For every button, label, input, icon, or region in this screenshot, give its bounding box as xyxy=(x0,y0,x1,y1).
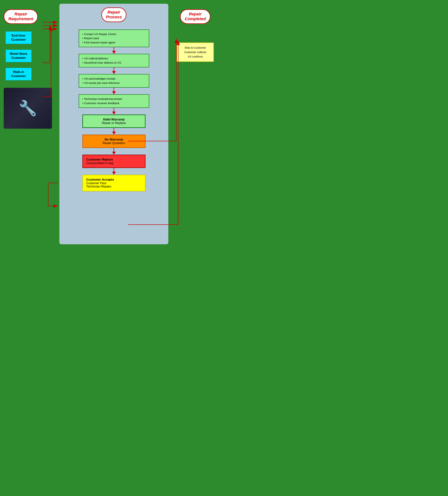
customer-accepts-title: Customer Accepts xyxy=(86,178,142,182)
retail-store-customer-box: Retail StoreCustomer xyxy=(6,49,31,62)
repair-process-header: Repair Process xyxy=(101,7,126,22)
repair-completed-header: Repair Completed xyxy=(180,9,210,24)
repair-completed-title-line2: Completed xyxy=(185,16,206,21)
repair-process-title-line1: Repair xyxy=(106,10,122,15)
ship-line1: Ship to Customer xyxy=(180,46,210,50)
arrow3 xyxy=(112,88,116,94)
arrow7 xyxy=(112,168,116,175)
step2-bullet1: VS collects/delivers xyxy=(82,56,145,61)
step3-bullet1: VS acknowledges receipt xyxy=(82,77,145,81)
repair-requirement-title-line1: Repair xyxy=(8,12,33,16)
valid-warranty-title: Valid Warranty xyxy=(86,118,142,121)
arrow1 xyxy=(112,47,116,54)
arrow4 xyxy=(112,108,116,115)
step1-bullet1: Contact VS Repair Centre xyxy=(82,32,145,36)
repair-requirement-header: Repair Requirement xyxy=(4,9,38,24)
step1-bullet2: Report case xyxy=(82,36,145,40)
customer-accepts-box: Customer Accepts Customer Pays Technicia… xyxy=(82,175,145,191)
step2-bullet2: Store/End-User delivers to VS xyxy=(82,61,145,65)
customer-accepts-bullet1: Customer Pays xyxy=(86,182,142,185)
step1-bullet3: Find nearest repair agent xyxy=(82,40,145,45)
arrow5 xyxy=(112,128,116,135)
customer-rejects-box: Customer Rejects Unassembled in bag xyxy=(82,155,145,168)
valid-warranty-subtitle: Repair or Replace xyxy=(86,121,142,125)
process-boxes: Contact VS Repair Centre Report case Fin… xyxy=(62,30,166,192)
ship-line3: VS confirms xyxy=(180,54,210,59)
center-column: Repair Process Contact VS Repair Centre … xyxy=(59,4,168,244)
process-step-3: VS acknowledges receipt VS issues job ca… xyxy=(79,74,149,88)
customer-rejects-bullet1: Unassembled in bag xyxy=(86,161,142,165)
right-column: Repair Completed Ship to Customer Custom… xyxy=(170,4,220,244)
no-warranty-title: No Warranty xyxy=(86,138,142,141)
process-step-1: Contact VS Repair Centre Report case Fin… xyxy=(79,30,149,47)
mechanic-image xyxy=(4,88,52,129)
no-warranty-subtitle: Repair Quotation xyxy=(86,141,142,145)
walk-in-customer-box: Walk-inCustomer xyxy=(6,68,31,80)
repair-completed-title-line1: Repair xyxy=(185,12,206,16)
customer-boxes: End-UserCustomer Retail StoreCustomer Wa… xyxy=(6,31,31,80)
no-warranty-box: No Warranty Repair Quotation xyxy=(82,135,145,148)
step3-bullet2: VS issues job card reference xyxy=(82,81,145,85)
process-step-2: VS collects/delivers Store/End-User deli… xyxy=(79,54,149,67)
main-container: Repair Requirement End-UserCustomer Reta… xyxy=(0,0,224,248)
valid-warranty-box: Valid Warranty Repair or Replace xyxy=(82,115,145,128)
arrow6 xyxy=(112,148,116,155)
ship-line2: Customer collects xyxy=(180,50,210,54)
left-column: Repair Requirement End-UserCustomer Reta… xyxy=(4,4,58,244)
ship-box: Ship to Customer Customer collects VS co… xyxy=(177,43,214,62)
step4-bullet2: Customer receives feedback xyxy=(82,101,145,106)
repair-requirement-title-line2: Requirement xyxy=(8,16,33,21)
customer-accepts-bullet2: Technician Repairs xyxy=(86,185,142,188)
repair-process-title-line2: Process xyxy=(106,15,122,19)
step4-bullet1: Technician evaluates/accesses xyxy=(82,97,145,101)
customer-rejects-title: Customer Rejects xyxy=(86,158,142,161)
arrow2 xyxy=(112,67,116,74)
end-user-customer-box: End-UserCustomer xyxy=(6,31,31,44)
process-step-4: Technician evaluates/accesses Customer r… xyxy=(79,94,149,108)
